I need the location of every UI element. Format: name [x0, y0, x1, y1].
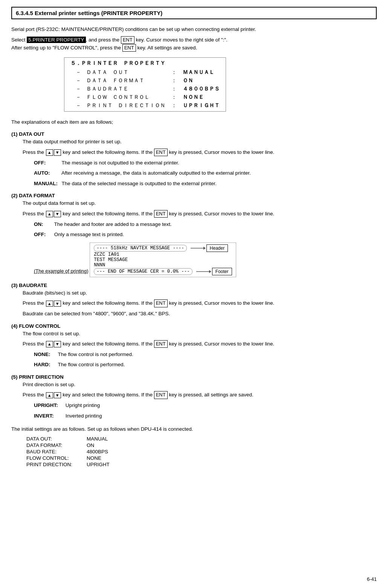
section-data-out: (1) DATA OUT The data output method for … [11, 131, 377, 187]
down-arrow-key-1: ▼ [54, 149, 61, 155]
print-direction-heading: (5) PRINT DIRECTION [11, 374, 377, 380]
is-value-4: NONE [87, 455, 117, 461]
page-title: 6.3.4.5 External printer settings (PRINT… [11, 7, 377, 19]
is-value-1: MANUAL [87, 436, 117, 442]
pp-item-2-colon: ： [168, 77, 180, 85]
data-out-auto: AUTO: After receiving a message, the dat… [34, 169, 377, 177]
intro-line2: Select 5.PRINTER PROPERTY, and press the… [11, 36, 377, 52]
is-value-3: 4800BPS [87, 448, 117, 455]
flow-control-press: Press the ▲▼ key and select the followin… [23, 340, 377, 348]
baudrate-heading: (3) BAUDRATE [11, 282, 377, 288]
data-out-desc1: The data output method for printer is se… [23, 138, 377, 146]
table-row: BAUD RATE: 4800BPS [26, 448, 117, 455]
flow-control-hard: HARD: The flow control is performed. [34, 361, 377, 369]
data-format-on: ON: The header and footer are added to a… [34, 220, 377, 229]
down-arrow-key-4: ▼ [54, 341, 61, 347]
svg-marker-1 [203, 247, 206, 250]
is-value-5: UPRIGHT [87, 461, 117, 468]
footer-row: --- END OF MESSAGE CER = 0.0% --- Footer [94, 268, 232, 275]
pp-item-5-label: － ＰＲＩＮＴ ＤＩＲＥＣＴＩＯＮ [64, 101, 169, 112]
pp-item-1-value: ＭＡＮＵＡＬ [180, 68, 226, 77]
page-container: 6.3.4.5 External printer settings (PRINT… [0, 0, 388, 588]
msg-line-2: TEST MESSAGE [94, 257, 232, 263]
header-row: ---- 518kHz NAVTEX MESSAGE ---- Header [94, 244, 232, 252]
data-format-desc1: The output data format is set up. [23, 199, 377, 207]
up-arrow-key-2: ▲ [46, 211, 53, 217]
ent-key-3: ENT [154, 149, 168, 156]
msg-line-3: NNNN [94, 263, 232, 268]
message-example-container: ---- 518kHz NAVTEX MESSAGE ---- Header Z… [90, 243, 236, 277]
pp-item-5-value: ＵＰＲＩＧＨＴ [180, 101, 226, 112]
section-baudrate: (3) BAUDRATE Baudrate (bits/sec) is set … [11, 282, 377, 318]
ent-key-7: ENT [154, 391, 168, 399]
data-format-off: OFF: Only a message text is printed. [34, 230, 377, 239]
footer-arrow-svg [196, 269, 211, 274]
initial-settings-table: DATA OUT: MANUAL DATA FORMAT: ON BAUD RA… [26, 436, 117, 468]
is-label-3: BAUD RATE: [26, 448, 87, 455]
pp-item-3-colon: ： [168, 85, 180, 93]
intro-line3-post: key. All settings are saved. [136, 45, 197, 51]
pp-item-4-colon: ： [168, 93, 180, 101]
is-label-5: PRINT DIRECTION: [26, 461, 87, 468]
header-line: ---- 518kHz NAVTEX MESSAGE ---- [94, 245, 187, 252]
data-out-manual: MANUAL: The data of the selected message… [34, 180, 377, 188]
header-annotation-container: Header [191, 244, 228, 252]
pp-item-5-colon: ： [168, 101, 180, 112]
initial-settings-intro: The initial settings are as follows. Set… [11, 425, 377, 433]
intro-line2-mid2: key. Cursor moves to the right side of "… [134, 37, 228, 43]
table-row: FLOW CONTROL: NONE [26, 455, 117, 461]
printer-property-box: ５．ＰＲＩＮＴＥＲ ＰＲＯＰＥＲＴＹ － ＤＡＴＡ ＯＵＴ ： ＭＡＮＵＡＬ －… [64, 57, 226, 112]
pp-item-4-label: － ＦＬＯＷ ＣＯＮＴＲＯＬ [64, 93, 169, 101]
example-label: (The example of printing) [34, 268, 89, 274]
section-data-format: (2) DATA FORMAT The output data format i… [11, 193, 377, 277]
pp-title: ５．ＰＲＩＮＴＥＲ ＰＲＯＰＥＲＴＹ [64, 57, 226, 68]
flow-control-none: NONE: The flow control is not performed. [34, 350, 377, 359]
up-arrow-key-3: ▲ [46, 301, 53, 307]
data-out-off: OFF: The message is not outputted to the… [34, 159, 377, 167]
pp-item-1-label: － ＤＡＴＡ ＯＵＴ [64, 68, 169, 77]
msg-line-1: ZCZC IA01 [94, 252, 232, 257]
ent-key-5: ENT [154, 299, 168, 307]
data-out-heading: (1) DATA OUT [11, 131, 377, 137]
pp-item-3-label: － ＢＡＵＤＲＡＴＥ [64, 85, 169, 93]
is-label-1: DATA OUT: [26, 436, 87, 442]
section-print-direction: (5) PRINT DIRECTION Print direction is s… [11, 374, 377, 420]
initial-settings-section: The initial settings are as follows. Set… [11, 425, 377, 468]
up-arrow-key-5: ▲ [46, 392, 53, 398]
ent-key-6: ENT [154, 340, 168, 348]
print-direction-press: Press the ▲▼ key and select the followin… [23, 391, 377, 399]
is-label-2: DATA FORMAT: [26, 442, 87, 448]
ent-key-1: ENT [121, 36, 134, 44]
is-label-4: FLOW CONTROL: [26, 455, 87, 461]
down-arrow-key-3: ▼ [54, 301, 61, 307]
baudrate-press: Press the ▲▼ key and select the followin… [23, 299, 377, 307]
down-arrow-key-5: ▼ [54, 392, 61, 398]
pp-item-2-label: － ＤＡＴＡ ＦＯＲＭＡＴ [64, 77, 169, 85]
page-number: 6-41 [367, 576, 377, 582]
footer-label-box: Footer [212, 268, 232, 275]
intro-line1: Serial port (RS-232C: MAINTENANCE/PRINTE… [11, 25, 377, 34]
flow-control-desc1: The flow control is set up. [23, 330, 377, 338]
table-row: PRINT DIRECTION: UPRIGHT [26, 461, 117, 468]
pp-item-1-colon: ： [168, 68, 180, 77]
up-arrow-key-1: ▲ [46, 149, 53, 155]
section-flow-control: (4) FLOW CONTROL The flow control is set… [11, 323, 377, 369]
intro-line2-mid: , and press the [86, 37, 121, 43]
ent-key-4: ENT [154, 210, 168, 218]
explanations-intro: The explanations of each item are as fol… [11, 118, 377, 126]
flow-control-heading: (4) FLOW CONTROL [11, 323, 377, 329]
is-value-2: ON [87, 442, 117, 448]
baudrate-desc1: Baudrate (bits/sec) is set up. [23, 289, 377, 297]
printer-property-highlight: 5.PRINTER PROPERTY [27, 37, 86, 43]
data-format-press: Press the ▲▼ key and select the followin… [23, 210, 377, 218]
up-arrow-key-4: ▲ [46, 341, 53, 347]
pp-item-4-value: ＮＯＮＥ [180, 93, 226, 101]
printing-example-section: (The example of printing) ---- 518kHz NA… [34, 241, 377, 277]
ent-key-2: ENT [122, 44, 136, 52]
footer-line: --- END OF MESSAGE CER = 0.0% --- [94, 268, 192, 275]
header-arrow-svg [191, 246, 206, 250]
data-out-press: Press the ▲▼ key and select the followin… [23, 148, 377, 157]
header-label-box: Header [206, 244, 228, 252]
print-direction-desc1: Print direction is set up. [23, 381, 377, 389]
data-format-heading: (2) DATA FORMAT [11, 193, 377, 198]
